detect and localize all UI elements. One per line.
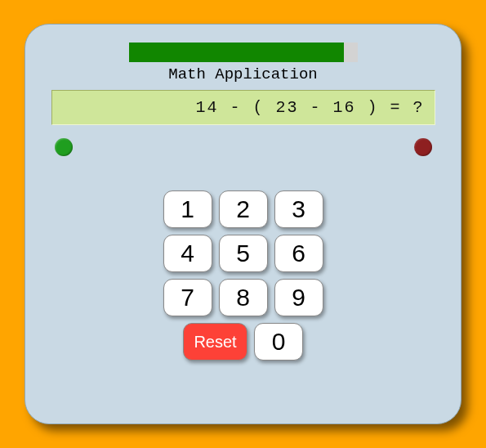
key-2[interactable]: 2 bbox=[219, 190, 268, 228]
numeric-keypad: 1 2 3 4 5 6 7 8 9 Reset 0 bbox=[163, 190, 323, 361]
red-led bbox=[414, 138, 432, 156]
app-title: Math Application bbox=[168, 65, 317, 83]
key-0[interactable]: 0 bbox=[254, 323, 303, 361]
progress-fill bbox=[129, 43, 344, 62]
app-card: Math Application 14 - ( 23 - 16 ) = ? 1 … bbox=[25, 24, 461, 424]
key-row-3: 7 8 9 bbox=[163, 279, 323, 316]
key-8[interactable]: 8 bbox=[219, 279, 268, 316]
reset-button[interactable]: Reset bbox=[183, 323, 247, 361]
key-5[interactable]: 5 bbox=[219, 235, 268, 272]
key-row-4: Reset 0 bbox=[183, 323, 303, 361]
key-1[interactable]: 1 bbox=[163, 190, 212, 228]
key-6[interactable]: 6 bbox=[274, 235, 323, 272]
key-row-1: 1 2 3 bbox=[163, 190, 323, 228]
equation-display: 14 - ( 23 - 16 ) = ? bbox=[51, 90, 435, 125]
green-led bbox=[55, 138, 73, 156]
key-7[interactable]: 7 bbox=[163, 279, 212, 316]
key-3[interactable]: 3 bbox=[274, 190, 323, 228]
key-row-2: 4 5 6 bbox=[163, 235, 323, 272]
key-4[interactable]: 4 bbox=[163, 235, 212, 272]
key-9[interactable]: 9 bbox=[274, 279, 323, 316]
progress-bar bbox=[129, 43, 358, 62]
status-leds bbox=[51, 138, 435, 156]
